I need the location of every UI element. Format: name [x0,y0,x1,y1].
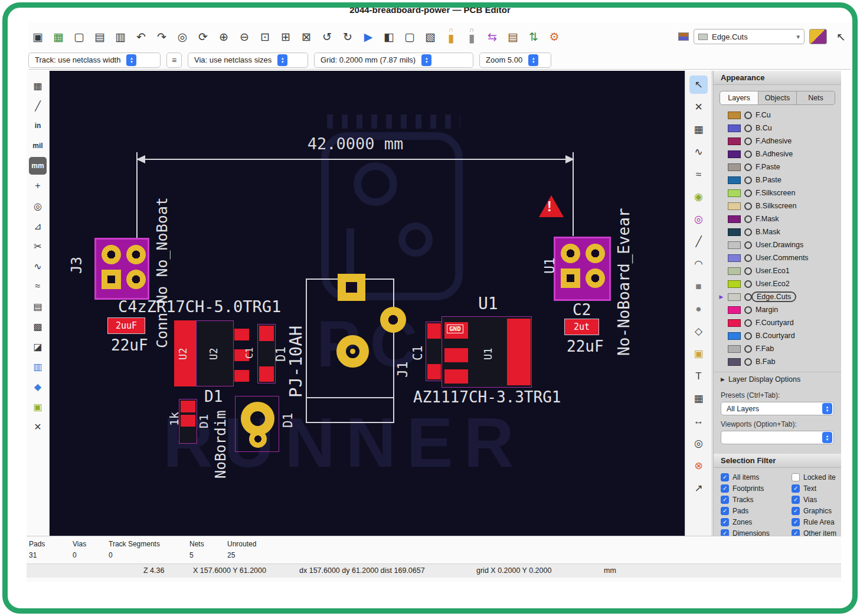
silkscreen-ref-u1-conn[interactable]: U1 [542,247,557,284]
layer-row-user-eco1[interactable]: User.Eco1 [714,264,841,277]
zone-fill-icon[interactable]: ▩ [29,317,47,335]
crosshair-cursor-icon[interactable]: + [29,177,47,195]
net-highlight-icon[interactable]: ▤ [29,297,47,315]
checkbox-icon[interactable] [721,507,729,515]
smd-pad[interactable] [234,370,249,382]
smd-pad[interactable] [427,364,441,379]
highlight-net-icon[interactable]: ◉ [689,188,708,206]
layer-color-swatch[interactable] [728,254,741,262]
stepper-icon[interactable]: ▲▼ [822,403,832,414]
checkbox-icon[interactable] [792,496,800,504]
filter-text[interactable]: Text [792,484,841,493]
layer-color-swatch[interactable] [728,345,741,353]
footprint-capacitor-left[interactable]: 2uuF [107,317,145,334]
route-tracks-icon[interactable]: ∿ [689,143,708,161]
rotate-cw-icon[interactable]: ↻ [338,27,357,46]
through-hole-pad[interactable] [586,244,605,263]
zone-outline-icon[interactable]: ◪ [29,338,47,355]
draw-line-icon[interactable]: ╱ [689,232,708,251]
through-hole-pad-square[interactable] [561,268,580,288]
layer-color-swatch[interactable] [728,267,741,275]
silkscreen-ref-c1-left[interactable]: C1 [244,336,255,369]
layer-color-swatch[interactable] [728,319,741,327]
smd-pad[interactable] [444,348,468,362]
polar-coords-icon[interactable]: ⊿ [29,217,47,235]
clearance-icon[interactable]: ✕ [29,418,47,435]
layer-visibility-eye-icon[interactable] [744,176,752,184]
grid-visibility-icon[interactable]: ▦ [29,77,47,94]
local-ratsnest-icon[interactable]: ✕ [689,98,708,116]
layer-row-f-adhesive[interactable]: F.Adhesive [714,135,841,148]
layer-row-b-paste[interactable]: B.Paste [714,173,841,186]
filter-zones[interactable]: Zones [721,518,789,526]
redo-icon[interactable]: ↷ [152,27,171,46]
update-pcb-icon[interactable]: ⇅ [524,27,543,46]
track-width-select[interactable]: Track: use netclass width ▲▼ [28,53,161,68]
through-hole-pad[interactable] [249,430,267,448]
unit-mils-button[interactable]: mil [29,137,47,155]
unlock-icon[interactable]: ▮ [462,27,481,46]
silkscreen-ref-u2[interactable]: U2 [208,336,220,372]
layer-color-swatch[interactable] [728,332,741,340]
layer-color-swatch[interactable] [728,306,741,314]
stepper-icon[interactable]: ▲▼ [277,54,287,66]
ratsnest-lines-icon[interactable]: ∿ [29,257,47,275]
silkscreen-value-cap-left[interactable]: 22uF [111,336,148,354]
layer-row-f-paste[interactable]: F.Paste [714,160,841,173]
swap-icon[interactable]: ⇆ [483,27,502,46]
layer-color-swatch[interactable] [728,150,741,158]
search-icon[interactable]: ◎ [173,27,192,46]
tab-nets[interactable]: Nets [797,91,835,105]
layer-visibility-eye-icon[interactable] [744,124,752,132]
silkscreen-ref-d1-text[interactable]: D1 [204,388,223,405]
layer-visibility-eye-icon[interactable] [744,280,752,288]
zoom-fit-icon[interactable]: ⊡ [256,27,274,46]
layer-row-b-fab[interactable]: B.Fab [714,355,841,368]
layer-visibility-eye-icon[interactable] [744,112,752,119]
draw-polygon-icon[interactable]: ◇ [689,322,708,340]
stepper-icon[interactable]: ▲▼ [421,54,431,66]
layer-row-edge-cuts[interactable]: ▶ Edge.Cuts [714,290,841,303]
lock-icon[interactable]: ▮ [442,27,460,46]
silkscreen-value-pj10ah[interactable]: PJ-10AH [286,313,306,410]
layer-color-swatch[interactable] [728,163,741,171]
checkbox-icon[interactable] [792,518,800,526]
smd-pad[interactable] [259,366,274,382]
through-hole-pad[interactable] [126,270,146,289]
smd-pad[interactable] [427,323,441,339]
select-tool-icon[interactable]: ↖ [689,76,708,94]
layer-color-swatch[interactable] [728,189,741,197]
layer-display-options[interactable]: ▶ Layer Display Options [714,372,841,386]
delete-tool-icon[interactable]: ⊗ [689,457,708,475]
layer-row-b-adhesive[interactable]: B.Adhesive [714,148,841,160]
silkscreen-ref-j3[interactable]: J3 [68,245,85,286]
silkscreen-ref-j1[interactable]: J1 [395,354,410,385]
layer-visibility-eye-icon[interactable] [744,254,752,262]
pcb-canvas[interactable]: PCB RUNNER 42.0000 mm J3 Conn No No_NoBo… [50,71,685,536]
silkscreen-ref-c1-mid[interactable]: C1 [411,336,425,369]
library-icon[interactable]: ▤ [503,27,522,46]
silkscreen-nobordim[interactable]: NoBordim [212,404,229,485]
checkbox-icon[interactable] [721,473,729,481]
layer-color-swatch[interactable] [728,137,741,145]
mirror-icon[interactable]: ◧ [380,27,398,46]
rotate-ccw-icon[interactable]: ↺ [318,27,336,46]
pad-display-icon[interactable]: ▣ [29,398,47,415]
draw-arc-icon[interactable]: ◠ [689,255,708,273]
layer-visibility-eye-icon[interactable] [744,267,752,275]
checkbox-icon[interactable] [792,473,800,481]
stepper-icon[interactable]: ▲▼ [126,54,136,66]
add-table-icon[interactable]: ▦ [689,389,708,408]
footprint-u1-connector[interactable] [554,237,611,301]
stepper-icon[interactable]: ▲▼ [528,54,538,66]
layer-row-margin[interactable]: Margin [714,303,841,316]
filter-pads[interactable]: Pads [721,507,789,515]
inactive-layer-icon[interactable]: ▥ [29,358,47,375]
silkscreen-ref-d1-b[interactable]: D1 [197,405,211,438]
silkscreen-value-1k[interactable]: 1k [167,404,181,434]
layer-visibility-eye-icon[interactable] [744,150,752,158]
zoom-selection-icon[interactable]: ⊠ [297,27,316,46]
dimension-line[interactable] [138,159,573,160]
dimension-label[interactable]: 42.0000 mm [137,135,574,153]
layer-row-user-drawings[interactable]: User.Drawings [714,238,841,251]
